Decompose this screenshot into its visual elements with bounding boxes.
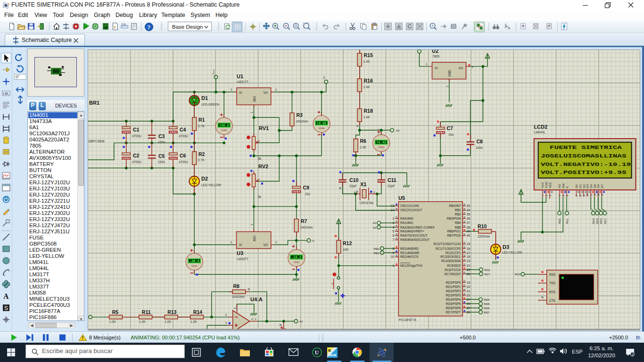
svg-text:RB3/PGM: RB3/PGM [447,217,461,220]
svg-text:RE2/AN7/CS: RE2/AN7/CS [400,255,419,258]
svg-text:D2: D2 [201,176,208,181]
svg-text:26: 26 [467,272,471,276]
svg-text:RD0/PSP0: RD0/PSP0 [446,281,461,284]
svg-text:RS: RS [558,184,561,188]
svg-text:LM044L: LM044L [534,131,545,134]
svg-text:9: 9 [583,195,586,196]
svg-text:5k: 5k [258,195,262,198]
svg-text:22pF: 22pF [388,184,395,188]
svg-text:40: 40 [467,234,471,237]
svg-text:RD1/PSP1: RD1/PSP1 [446,285,461,288]
svg-text:RC6: RC6 [485,269,491,272]
svg-text:Volts: Volts [191,264,198,267]
svg-text:!: ! [82,336,83,341]
svg-text:10u: 10u [305,192,311,196]
svg-text:6: 6 [392,234,394,237]
svg-text:RB1: RB1 [455,208,461,212]
svg-text:36: 36 [467,217,471,220]
svg-text:5k: 5k [258,157,262,160]
svg-text:33: 33 [467,204,471,207]
svg-text:34: 34 [467,208,471,212]
svg-text:R2: R2 [198,151,205,157]
svg-text:220Ohm: 220Ohm [478,235,490,238]
svg-text:OSC2/CLKOUT: OSC2/CLKOUT [400,208,422,212]
svg-text:RC4/SDI/SDA: RC4/SDI/SDA [441,259,461,263]
svg-text:14: 14 [601,193,603,196]
svg-text:RD6: RD6 [600,218,603,224]
svg-text:240Ohm: 240Ohm [300,226,313,229]
svg-text:28: 28 [467,302,471,305]
svg-text:V++: V++ [212,69,215,74]
svg-text:LM317T: LM317T [237,80,248,83]
svg-text:LED-GREEN: LED-GREEN [201,103,219,106]
svg-text:$: $ [114,25,116,29]
svg-text:LM337T: LM337T [237,257,248,261]
svg-text:R16: R16 [364,78,373,83]
svg-text:Volts: Volts [221,129,227,132]
svg-text:8: 8 [392,247,394,250]
svg-text:10u: 10u [448,133,454,136]
svg-text:2: 2 [392,217,394,220]
svg-text:R3: R3 [297,112,303,118]
svg-text:TXD: TXD [549,281,555,285]
svg-text:RC7: RC7 [485,273,491,276]
svg-text:C8: C8 [477,139,483,144]
svg-text:?: ? [147,24,150,31]
svg-text:RC3/SCK/SCL: RC3/SCK/SCL [440,255,461,258]
svg-text:LBL: LBL [3,92,9,95]
svg-text:C2: C2 [133,153,140,158]
svg-text:1: 1 [541,195,544,196]
svg-text:D0: D0 [575,184,578,188]
svg-text:U5: U5 [398,195,405,201]
svg-text:D4: D4 [589,184,593,188]
svg-text:RD3/PSP3: RD3/PSP3 [446,294,461,297]
svg-text:1.0K: 1.0K [360,146,366,149]
svg-text:A2: A2 [373,226,377,229]
svg-text:30: 30 [467,311,471,314]
svg-text:10: 10 [391,255,395,258]
svg-text:11: 11 [590,194,593,197]
svg-text:MCLR/Vpp/THV: MCLR/Vpp/THV [400,264,423,268]
svg-text:510Ohm: 510Ohm [232,295,245,298]
svg-text:C11: C11 [388,177,396,183]
svg-text:RD7/PSP7: RD7/PSP7 [446,311,461,314]
svg-text:U3: U3 [237,250,243,256]
svg-text:RD4: RD4 [592,218,595,224]
svg-text:RA4/T0CKI/C1OUT: RA4/T0CKI/C1OUT [400,234,428,237]
svg-text:22: 22 [467,294,471,297]
svg-text:RD7: RD7 [484,311,490,314]
svg-text:R12: R12 [343,240,352,246]
svg-text:RD7: RD7 [604,218,607,224]
svg-text:RC6/TX/CK: RC6/TX/CK [445,268,461,272]
svg-text:R8: R8 [233,283,240,289]
svg-text:RD6: RD6 [484,307,490,310]
svg-text:27: 27 [467,298,471,301]
svg-text:D2: D2 [582,184,586,188]
svg-text:RD6/PSP6: RD6/PSP6 [446,306,461,310]
svg-text:D5: D5 [593,184,596,188]
svg-text:CRYSTAL: CRYSTAL [360,201,374,205]
svg-text:R18: R18 [364,108,373,114]
svg-text:CTS: CTS [549,299,556,302]
svg-text:R1: R1 [198,117,205,123]
svg-text:13: 13 [597,193,600,196]
svg-text:VDD: VDD [545,181,548,188]
svg-text:LED-YELLOW: LED-YELLOW [502,251,522,254]
svg-text:A: A [508,26,511,30]
svg-text:FUENTE SIMETRICA: FUENTE SIMETRICA [541,145,622,150]
svg-text:C5: C5 [158,153,165,159]
svg-text:PIC16F877A: PIC16F877A [399,318,417,321]
svg-text:1: 1 [392,264,394,267]
svg-text:25: 25 [467,268,471,272]
svg-text:RB7/PGD: RB7/PGD [447,234,461,237]
svg-text:A: A [3,292,9,300]
svg-text:RE1: RE1 [566,218,569,224]
svg-text:U: U [315,349,319,356]
svg-text:VI: VI [435,66,438,70]
svg-text:100n: 100n [158,140,165,144]
svg-text:ADJ: ADJ [253,96,256,102]
svg-text:10K: 10K [343,248,349,251]
svg-text:2.7K: 2.7K [198,158,205,162]
svg-text:14: 14 [391,208,395,212]
svg-text:VI: VI [239,243,242,247]
